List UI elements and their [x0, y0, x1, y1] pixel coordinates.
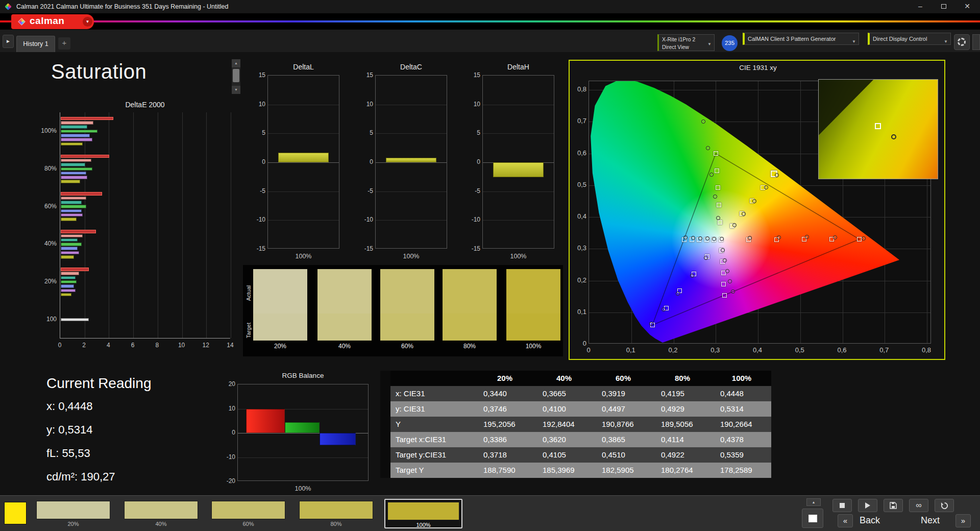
scrollbar-thumb[interactable] — [233, 69, 239, 82]
grid-line — [483, 133, 554, 134]
table-cell: 0,4114 — [653, 432, 712, 447]
axis-tick-label: 4 — [102, 342, 114, 349]
deltae-bar — [61, 293, 71, 297]
deltaC-bar — [386, 158, 436, 162]
deltaH-plot — [482, 75, 554, 249]
target-point — [715, 168, 719, 173]
inset-measured-point — [891, 134, 896, 139]
pattern-swatch-40%[interactable]: 40% — [122, 499, 200, 528]
play-button[interactable] — [858, 499, 877, 512]
comparison-swatch — [253, 269, 307, 341]
actual-color — [317, 269, 372, 313]
grid-line — [268, 162, 339, 163]
deltae2000-x-axis: 02468101214 — [60, 342, 230, 350]
pattern-window-button[interactable] — [802, 509, 823, 528]
current-color-chip[interactable] — [4, 502, 27, 524]
back-chevron-button[interactable]: « — [838, 514, 853, 527]
deltae-bar — [61, 284, 74, 288]
vertical-scrollbar[interactable]: ▲ ▼ — [232, 59, 240, 94]
axis-tick-label: 5 — [243, 129, 265, 136]
table-cell: 190,8766 — [594, 417, 653, 432]
scroll-down-icon[interactable]: ▼ — [232, 86, 240, 94]
collapse-icon[interactable]: ▲ — [806, 498, 821, 506]
grid-line — [376, 105, 447, 105]
next-button[interactable]: Next — [921, 515, 940, 526]
back-button[interactable]: Back — [860, 515, 880, 526]
axis-tick-label: 0 — [215, 429, 235, 436]
target-color — [380, 313, 434, 341]
meter-status-badge[interactable]: 235 — [722, 35, 738, 51]
add-tab-button[interactable]: + — [58, 37, 70, 50]
pattern-swatch-20%[interactable]: 20% — [34, 499, 112, 528]
source-dropdown[interactable]: CalMAN Client 3 Pattern Generator ▼ — [743, 33, 859, 45]
stop-button[interactable] — [832, 499, 852, 512]
pattern-swatch-80%[interactable]: 80% — [297, 499, 375, 528]
reading-y: y: 0,5314 — [46, 423, 210, 437]
target-row-label: Target — [246, 318, 252, 343]
next-chevron-button[interactable]: » — [955, 514, 971, 527]
axis-tick-label: 10 — [243, 101, 265, 108]
calman-logo[interactable]: calman ▼ — [11, 14, 94, 29]
table-header — [390, 371, 475, 386]
table-cell: 0,4929 — [653, 401, 712, 417]
more-button[interactable] — [972, 34, 980, 50]
window-title: Calman 2021 Calman Ultimate for Business… — [16, 0, 228, 14]
maximize-button[interactable] — [933, 0, 954, 14]
deltaC-plot — [375, 75, 447, 249]
swatch-label: 60% — [209, 521, 287, 527]
meter-line2: Direct View — [662, 43, 707, 51]
history-nav-button[interactable]: ► — [3, 35, 14, 48]
axis-tick-label: 10 — [351, 101, 373, 108]
continuous-button[interactable]: ∞ — [909, 499, 928, 512]
display-control-dropdown[interactable]: Direct Display Control ▼ — [868, 33, 951, 45]
cie-zoom-inset — [818, 79, 938, 179]
pattern-swatch-100%[interactable]: 100% — [384, 499, 462, 528]
deltae-bar — [61, 218, 77, 221]
measured-point — [732, 223, 737, 227]
axis-tick-label: 0,5 — [791, 346, 808, 354]
target-point — [857, 237, 862, 242]
axis-tick-label: 2 — [78, 342, 90, 349]
scroll-up-icon[interactable]: ▲ — [232, 59, 240, 67]
swatch-label: 100% — [506, 343, 560, 350]
infinity-icon: ∞ — [916, 501, 921, 510]
rgb-balance-title: RGB Balance — [237, 372, 369, 379]
axis-tick-label: 14 — [224, 342, 236, 349]
table-cell: 0,5359 — [712, 447, 771, 463]
axis-tick-label: 0,5 — [570, 181, 586, 188]
axis-tick-label: -15 — [351, 245, 373, 252]
settings-button[interactable] — [954, 34, 970, 50]
target-point — [716, 185, 720, 190]
deltae-bar — [61, 138, 92, 141]
measured-point — [712, 237, 716, 241]
tab-history-1[interactable]: History 1 — [16, 36, 55, 52]
axis-tick-label: 0,2 — [665, 346, 682, 354]
table-cell: 0,4105 — [534, 447, 594, 463]
close-button[interactable]: ✕ — [957, 0, 978, 14]
swatch-label: 20% — [34, 521, 112, 527]
grid-line — [376, 133, 447, 134]
table-cell: 0,5314 — [712, 401, 771, 417]
grid-line — [109, 112, 109, 338]
measured-point — [862, 236, 866, 240]
axis-tick-label: 15 — [243, 71, 265, 79]
deltaL-bar — [278, 153, 329, 162]
deltae-bar — [61, 213, 83, 217]
table-cell: 195,2056 — [475, 417, 534, 432]
pattern-swatch-60%[interactable]: 60% — [209, 499, 287, 528]
tab-bar: ► History 1 + X-Rite i1Pro 2 Direct View… — [0, 30, 980, 52]
deltaC-title: DeltaC — [375, 63, 447, 71]
axis-tick-label: 100 — [37, 316, 57, 323]
actual-color — [253, 269, 307, 313]
maximize-icon — [941, 4, 946, 9]
table-cell: 185,3969 — [534, 463, 594, 478]
save-button[interactable] — [884, 499, 903, 512]
main-menu-chevron-icon[interactable]: ▼ — [83, 17, 92, 27]
table-cell: 0,3386 — [475, 432, 534, 447]
minimize-button[interactable]: – — [910, 0, 931, 14]
meter-dropdown[interactable]: X-Rite i1Pro 2 Direct View ▼ — [657, 34, 715, 51]
table-cell: 0,4195 — [653, 386, 712, 401]
refresh-button[interactable] — [935, 499, 954, 512]
deltaH-x-label: 100% — [482, 253, 554, 260]
table-cell: 192,8404 — [534, 417, 594, 432]
